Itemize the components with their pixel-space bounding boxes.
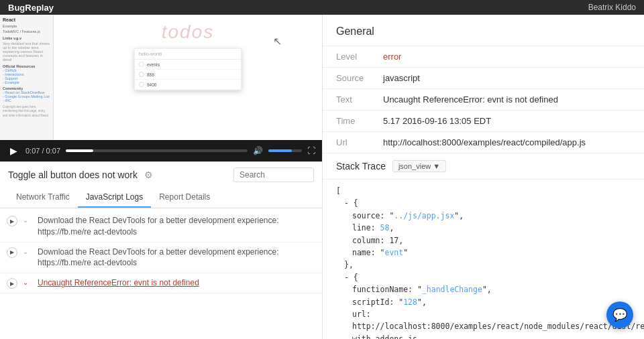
info-row-time: Time 5.17 2016-09-16 13:05 EDT <box>323 111 644 132</box>
video-content: React Example TodoMVC / Features.js Link… <box>0 15 322 140</box>
url-value: http://localhost:8000/examples/react/com… <box>376 132 644 153</box>
log-area: ▶ ⌄ Download the React DevTools for a be… <box>0 208 322 339</box>
volume-icon[interactable]: 🔊 <box>253 146 263 155</box>
fullscreen-button[interactable]: ⛶ <box>307 146 315 155</box>
info-row-url: Url http://localhost:8000/examples/react… <box>323 132 644 153</box>
play-button[interactable]: ▶ <box>7 144 20 157</box>
stack-trace-title: Stack Trace <box>336 161 386 172</box>
url-label: Url <box>323 132 376 153</box>
text-value: Uncaught ReferenceError: evnt is not def… <box>376 89 644 110</box>
log-play-button[interactable]: ▶ <box>7 216 17 226</box>
log-play-button[interactable]: ▶ <box>7 278 17 289</box>
progress-bar[interactable] <box>66 149 248 152</box>
info-row-level: Level error <box>323 46 644 68</box>
stack-entry-2: - { functionName: "_handleChange", scrip… <box>336 271 631 339</box>
stack-entry-1: - { source: "../js/app.jsx", line: 58, c… <box>336 197 631 271</box>
chat-bubble[interactable]: 💬 <box>606 301 633 328</box>
tab-report-details[interactable]: Report Details <box>151 187 218 208</box>
info-row-text: Text Uncaught ReferenceError: evnt is no… <box>323 89 644 111</box>
name-link[interactable]: evnt <box>384 248 403 257</box>
stack-body: [ - { source: "../js/app.jsx", line: 58,… <box>323 180 644 339</box>
video-controls: ▶ 0:07 / 0:07 🔊 ⛶ <box>0 140 322 161</box>
info-table: Level error Source javascript Text Uncau… <box>323 46 644 153</box>
sim-todo-input: hello-world <box>135 49 241 60</box>
source-link[interactable]: ../js/app.jsx <box>394 211 454 220</box>
sim-todo-box: hello-world events 888 9400 <box>134 48 241 90</box>
main-layout: React Example TodoMVC / Features.js Link… <box>0 15 644 339</box>
video-area: React Example TodoMVC / Features.js Link… <box>0 15 322 140</box>
time-value: 5.17 2016-09-16 13:05 EDT <box>376 111 644 131</box>
volume-fill <box>268 149 292 152</box>
log-item-error[interactable]: ▶ ⌄ Uncaught ReferenceError: evnt is not… <box>0 273 322 293</box>
log-item[interactable]: ▶ ⌄ Download the React DevTools for a be… <box>0 243 322 274</box>
progress-fill <box>66 149 93 152</box>
log-text: Download the React DevTools for a better… <box>38 247 315 269</box>
log-text-error: Uncaught ReferenceError: evnt is not def… <box>38 277 315 289</box>
script-id-link[interactable]: 128 <box>403 297 417 307</box>
bug-title: Toggle all button does not work <box>8 170 138 180</box>
level-value: error <box>376 46 644 67</box>
stack-trace-header: Stack Trace json_view ▼ <box>323 153 644 180</box>
log-play-button[interactable]: ▶ <box>7 247 17 258</box>
sim-sidebar: React Example TodoMVC / Features.js Link… <box>0 15 54 140</box>
search-input[interactable] <box>233 167 314 182</box>
app-logo: BugReplay <box>8 3 54 13</box>
bug-title-bar: Toggle all button does not work ⚙ <box>0 161 322 187</box>
log-text: Download the React DevTools for a better… <box>38 215 315 238</box>
left-panel: React Example TodoMVC / Features.js Link… <box>0 15 322 339</box>
time-label: Time <box>323 111 376 131</box>
function-name-link[interactable]: _handleChange <box>422 285 482 294</box>
sim-todo-item: 888 <box>135 70 241 80</box>
error-icon: ⌄ <box>23 279 32 288</box>
sim-sidebar-title: React <box>3 17 50 22</box>
sim-todo-item: events <box>135 60 241 70</box>
user-name: Beatrix Kiddo <box>588 3 636 12</box>
topbar: BugReplay Beatrix Kiddo <box>0 0 644 15</box>
gear-icon[interactable]: ⚙ <box>144 170 153 180</box>
network-icon: ⌄ <box>23 216 32 226</box>
source-value: javascript <box>376 68 644 88</box>
sim-main: todos hello-world events 888 <box>54 15 322 140</box>
network-icon: ⌄ <box>23 248 32 257</box>
section-title: General <box>323 15 644 46</box>
volume-bar[interactable] <box>268 149 302 152</box>
tab-network-traffic[interactable]: Network Traffic <box>8 187 78 208</box>
json-view-button[interactable]: json_view ▼ <box>392 160 446 172</box>
level-label: Level <box>323 46 376 67</box>
tabs-bar: Network Traffic JavaScript Logs Report D… <box>0 187 322 208</box>
source-label: Source <box>323 68 376 88</box>
sim-todos-title: todos <box>162 21 215 43</box>
right-panel: General Level error Source javascript Te… <box>322 15 644 339</box>
log-item[interactable]: ▶ ⌄ Download the React DevTools for a be… <box>0 211 322 243</box>
stack-bracket-open: [ <box>336 185 631 197</box>
time-display: 0:07 / 0:07 <box>25 147 60 155</box>
tab-javascript-logs[interactable]: JavaScript Logs <box>78 187 151 208</box>
info-row-source: Source javascript <box>323 68 644 89</box>
sim-todo-item: 9400 <box>135 80 241 90</box>
text-label: Text <box>323 89 376 110</box>
line-link[interactable]: 58 <box>380 223 390 232</box>
